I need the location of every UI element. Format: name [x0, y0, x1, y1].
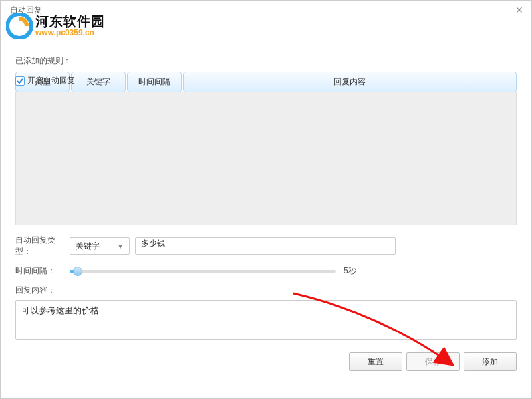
- rules-label: 已添加的规则：: [15, 55, 517, 66]
- col-reply[interactable]: 回复内容: [183, 72, 517, 92]
- checkbox-icon[interactable]: [15, 76, 25, 86]
- reply-textarea[interactable]: [15, 300, 517, 340]
- reply-label: 回复内容：: [15, 285, 70, 296]
- reset-button[interactable]: 重置: [349, 352, 402, 371]
- close-icon[interactable]: ✕: [513, 3, 526, 17]
- chevron-down-icon: ▼: [117, 243, 124, 250]
- keyword-input[interactable]: 多少钱: [135, 237, 396, 255]
- save-button[interactable]: 保存: [406, 352, 460, 371]
- enable-auto-reply[interactable]: 开启自动回复: [15, 75, 75, 86]
- watermark: 河东软件园 www.pc0359.cn: [6, 13, 105, 39]
- interval-label: 时间间隔：: [15, 265, 70, 277]
- enable-label: 开启自动回复: [27, 75, 75, 86]
- slider-thumb[interactable]: [73, 267, 82, 276]
- watermark-url: www.pc0359.cn: [35, 29, 105, 37]
- add-button[interactable]: 添加: [464, 352, 517, 371]
- keyword-value: 多少钱: [141, 239, 165, 248]
- type-label: 自动回复类型：: [15, 235, 70, 257]
- col-keyword[interactable]: 关键字: [71, 72, 126, 92]
- interval-slider[interactable]: [70, 270, 336, 273]
- rules-table-header: 类型 关键字 时间间隔 回复内容: [15, 72, 517, 92]
- type-value: 关键字: [76, 241, 100, 252]
- type-select[interactable]: 关键字 ▼: [70, 237, 130, 255]
- interval-value: 5秒: [344, 265, 356, 277]
- rules-table-body: [15, 92, 517, 225]
- watermark-cn: 河东软件园: [35, 14, 105, 29]
- col-interval[interactable]: 时间间隔: [127, 72, 182, 92]
- logo-icon: [6, 13, 33, 39]
